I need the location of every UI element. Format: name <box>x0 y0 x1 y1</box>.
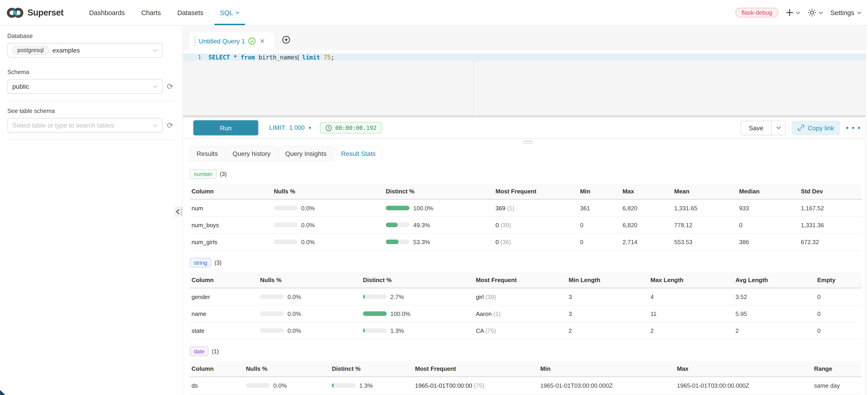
settings-menu[interactable]: Settings <box>830 9 862 16</box>
sidebar-divider <box>7 100 175 101</box>
schema-value: public <box>12 83 149 90</box>
stats-section-date: date(1)ColumnNulls %Distinct %Most Frequ… <box>190 346 862 394</box>
settings-label: Settings <box>830 9 854 16</box>
table-row: num_girls0.0%53.3%0 (36)02,714553.533866… <box>190 233 862 250</box>
close-tab-icon[interactable]: ✕ <box>259 37 265 45</box>
caret-down-icon <box>796 11 800 14</box>
limit-dropdown[interactable]: LIMIT: 1 000 ▼ <box>269 124 312 131</box>
environment-badge: flask-debug <box>736 8 778 18</box>
table-row: num_boys0.0%49.3%0 (39)06,820778.1201,33… <box>190 216 862 233</box>
collapse-sidebar-button[interactable] <box>174 206 181 217</box>
timer-value: 00:00:00.192 <box>335 124 377 131</box>
result-tab-result-stats[interactable]: Result Stats <box>334 146 382 161</box>
column-header: Distinct % <box>330 361 413 377</box>
stats-section-number: number(3)ColumnNulls %Distinct %Most Fre… <box>190 169 862 250</box>
column-header: Mean <box>672 184 737 199</box>
column-header: Max Length <box>649 272 734 288</box>
date-stats-table: ColumnNulls %Distinct %Most FrequentMinM… <box>190 361 862 394</box>
column-header: Most Frequent <box>413 361 538 377</box>
navbar-right: flask-debug Settings <box>736 8 862 18</box>
page-scrollbar-gutter[interactable] <box>865 26 868 395</box>
add-tab-button[interactable] <box>282 36 290 44</box>
column-header: Nulls % <box>258 272 361 288</box>
number-stats-table: ColumnNulls %Distinct %Most FrequentMinM… <box>190 184 862 250</box>
drag-handle-icon[interactable] <box>194 37 196 46</box>
column-count: (3) <box>215 260 222 266</box>
percent-bar: 100.0% <box>363 310 471 317</box>
caret-down-icon <box>857 11 862 14</box>
percent-bar: 100.0% <box>386 205 491 211</box>
plus-icon <box>785 9 793 17</box>
result-tab-query-insights[interactable]: Query Insights <box>278 146 334 161</box>
theme-sun-icon <box>807 8 816 17</box>
nav-items: DashboardsChartsDatasetsSQL <box>81 0 248 25</box>
table-select[interactable]: Select table or type to search tables <box>7 118 163 132</box>
column-header: Min <box>578 184 621 199</box>
chevron-down-icon <box>776 126 781 129</box>
result-tabs: ResultsQuery historyQuery InsightsResult… <box>190 146 866 161</box>
result-stats-content: number(3)ColumnNulls %Distinct %Most Fre… <box>190 169 862 394</box>
column-header: Range <box>812 361 862 377</box>
table-row: name0.0%100.0%Aaron (1)3115.950 <box>190 305 862 322</box>
column-header: Column <box>190 361 244 377</box>
stats-section-string: string(3)ColumnNulls %Distinct %Most Fre… <box>190 258 862 339</box>
caret-down-icon <box>818 11 823 14</box>
result-tab-query-history[interactable]: Query history <box>225 146 277 161</box>
editor-top-gap <box>183 50 866 54</box>
superset-sql-lab: Superset DashboardsChartsDatasetsSQL fla… <box>0 0 868 395</box>
save-options-button[interactable] <box>771 121 785 134</box>
percent-bar: 0.0% <box>274 221 381 229</box>
chevron-down-icon <box>153 124 158 127</box>
superset-logo[interactable]: Superset <box>6 7 64 18</box>
schema-select[interactable]: public <box>7 79 163 94</box>
refresh-schemas-icon[interactable]: ⟳ <box>167 83 174 90</box>
limit-value: 1 000 <box>289 124 305 131</box>
nav-item-charts[interactable]: Charts <box>133 0 169 25</box>
sql-code[interactable]: SELECT * from birth_names limit 75; <box>209 54 334 61</box>
panel-resize-handle[interactable] <box>523 141 532 145</box>
copy-link-button[interactable]: Copy link <box>792 120 840 135</box>
new-item-button[interactable] <box>785 9 800 17</box>
table-row: ds0.0%1.3%1965-01-01T00:00:00 (75)1965-0… <box>190 377 862 394</box>
sql-editor-active-line[interactable]: 1 SELECT * from birth_names limit 75; <box>183 54 866 61</box>
table-schema-label: See table schema <box>7 108 175 114</box>
nav-item-datasets[interactable]: Datasets <box>169 0 212 25</box>
percent-bar: 0.0% <box>260 293 358 300</box>
string-stats-table: ColumnNulls %Distinct %Most FrequentMin … <box>190 272 862 339</box>
navbar: Superset DashboardsChartsDatasetsSQL fla… <box>0 0 868 26</box>
sqllab-sidebar: Database postgresql examples Schema publ… <box>0 26 183 395</box>
query-tab[interactable]: Untitled Query 1 ✕ <box>190 32 274 50</box>
nav-item-sql[interactable]: SQL <box>212 0 248 25</box>
database-select[interactable]: postgresql examples <box>7 43 163 58</box>
table-row: state0.0%1.3%CA (75)2220 <box>190 322 862 339</box>
sqllab-main: Untitled Query 1 ✕ 1 SELECT * from birth… <box>183 26 866 395</box>
limit-label: LIMIT: <box>269 124 286 131</box>
save-split-button: Save <box>741 120 786 135</box>
nav-item-dashboards[interactable]: Dashboards <box>81 0 133 25</box>
chevron-left-icon <box>176 209 179 214</box>
percent-bar: 1.3% <box>332 382 410 389</box>
chevron-down-icon <box>153 85 158 88</box>
editor-hscrollbar[interactable] <box>183 115 866 117</box>
column-header: Most Frequent <box>494 184 578 199</box>
date-type-badge: date <box>190 346 209 356</box>
theme-toggle-button[interactable] <box>807 8 823 17</box>
column-header: Empty <box>815 272 862 288</box>
percent-bar: 2.7% <box>363 293 471 300</box>
caret-down-icon <box>236 11 240 14</box>
refresh-tables-icon[interactable]: ⟳ <box>167 121 174 129</box>
brand-name: Superset <box>27 7 64 18</box>
column-header: Min <box>538 361 675 377</box>
column-header: Max <box>621 184 672 199</box>
percent-bar: 0.0% <box>260 327 358 334</box>
sql-editor-body[interactable] <box>183 61 866 115</box>
column-header: Nulls % <box>244 361 330 377</box>
result-tab-results[interactable]: Results <box>190 146 225 161</box>
save-button[interactable]: Save <box>741 121 771 134</box>
line-number: 1 <box>183 54 201 60</box>
sidebar-divider <box>7 140 175 140</box>
database-engine-tag: postgresql <box>12 46 49 55</box>
run-button[interactable]: Run <box>193 120 258 135</box>
number-type-badge: number <box>190 169 216 179</box>
more-actions-button[interactable]: • • • <box>846 124 861 132</box>
